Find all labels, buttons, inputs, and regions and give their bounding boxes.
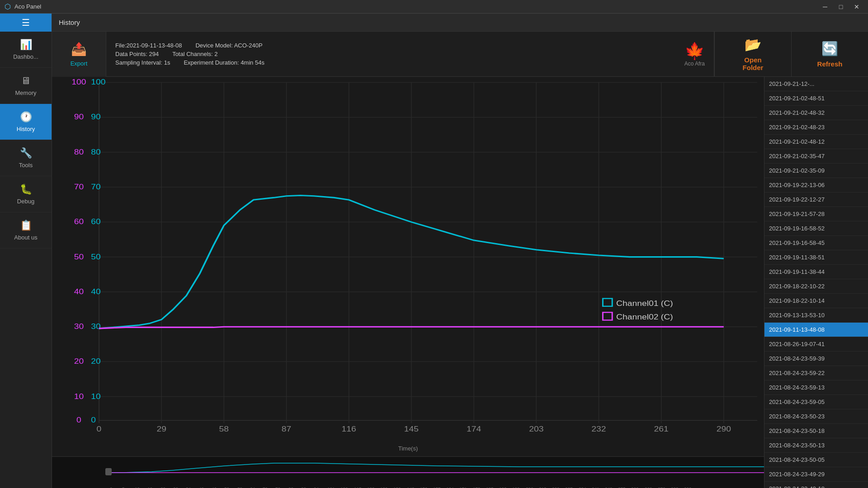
- svg-text:290: 290: [717, 425, 731, 432]
- debug-label: Debug: [17, 198, 34, 205]
- svg-text:30: 30: [74, 323, 84, 331]
- svg-text:60: 60: [74, 218, 84, 226]
- file-info-bar: 📤 Export File:2021-09-11-13-48-08 Device…: [52, 32, 868, 77]
- app-icon: ⬡: [5, 2, 11, 11]
- scroll-thumb[interactable]: [105, 468, 112, 475]
- svg-text:90: 90: [91, 113, 101, 121]
- export-button[interactable]: 📤 Export: [52, 32, 106, 77]
- history-list-item[interactable]: 2021-09-21-02-35-47: [764, 149, 868, 164]
- history-list-item[interactable]: 2021-08-24-23-59-22: [764, 366, 868, 380]
- svg-text:0: 0: [97, 425, 102, 432]
- history-list-item[interactable]: 2021-08-24-23-50-13: [764, 438, 868, 453]
- history-list-item[interactable]: 2021-08-26-19-07-41: [764, 337, 868, 352]
- history-list-item[interactable]: 2021-08-24-23-50-05: [764, 453, 868, 467]
- device-model: Device Model: ACO-240P: [195, 42, 262, 49]
- open-folder-button[interactable]: 📂 OpenFolder: [714, 32, 791, 76]
- history-list-item[interactable]: 2021-09-19-11-38-51: [764, 250, 868, 265]
- history-list-item[interactable]: 2021-08-24-23-50-23: [764, 409, 868, 424]
- refresh-icon: 🔄: [821, 41, 838, 56]
- refresh-label: Refresh: [817, 60, 843, 68]
- history-list-item[interactable]: 2021-09-19-16-58-52: [764, 221, 868, 236]
- history-list-item[interactable]: 2021-09-19-22-13-06: [764, 178, 868, 192]
- export-icon: 📤: [71, 42, 87, 56]
- memory-label: Memory: [15, 89, 37, 96]
- history-list-item[interactable]: 2021-09-13-13-53-10: [764, 308, 868, 323]
- sidebar-item-debug[interactable]: 🐛 Debug: [0, 176, 52, 212]
- history-list-item[interactable]: 2021-09-19-16-58-45: [764, 236, 868, 250]
- open-folder-label: OpenFolder: [743, 56, 764, 71]
- chart-area: 100 90 80 70 60 50 40 30 20 10 0 100 90: [52, 77, 764, 488]
- sidebar-item-memory[interactable]: 🖥 Memory: [0, 68, 52, 104]
- x-axis-label: Time(s): [52, 445, 764, 454]
- memory-icon: 🖥: [21, 75, 31, 87]
- history-list-item[interactable]: 2021-08-24-23-50-18: [764, 424, 868, 438]
- svg-text:Channel01 (C): Channel01 (C): [616, 299, 673, 307]
- tools-label: Tools: [19, 162, 33, 169]
- sidebar-item-aboutus[interactable]: 📋 About us: [0, 212, 52, 249]
- history-list-item[interactable]: 2021-08-24-23-59-05: [764, 395, 868, 409]
- app-layout: ☰ 📊 Dashbo...🖥 Memory🕐 History🔧 Tools🐛 D…: [0, 14, 868, 488]
- history-list-item[interactable]: 2021-09-21-02-48-12: [764, 135, 868, 149]
- history-list-item[interactable]: 2021-09-18-22-10-22: [764, 279, 868, 294]
- svg-text:90: 90: [74, 113, 84, 121]
- history-list-item[interactable]: 2021-09-21-12-...: [764, 77, 868, 91]
- history-list-item[interactable]: 2021-09-21-02-48-32: [764, 106, 868, 120]
- history-list-item[interactable]: 2021-08-24-23-49-29: [764, 467, 868, 482]
- timeline-svg: [111, 457, 764, 475]
- svg-text:40: 40: [74, 287, 84, 296]
- refresh-button[interactable]: 🔄 Refresh: [791, 32, 868, 76]
- main-content: 100 90 80 70 60 50 40 30 20 10 0 100 90: [52, 77, 868, 488]
- history-list-item[interactable]: 2021-09-18-22-10-14: [764, 294, 868, 308]
- svg-text:Channel02 (C): Channel02 (C): [616, 313, 673, 321]
- page-title: History: [59, 19, 80, 26]
- history-list-item[interactable]: 2021-09-19-22-12-27: [764, 192, 868, 207]
- svg-text:80: 80: [74, 148, 84, 156]
- svg-text:203: 203: [529, 425, 543, 432]
- history-list[interactable]: 2021-09-21-12-...2021-09-21-02-48-512021…: [764, 77, 868, 488]
- history-list-item[interactable]: 2021-08-24-23-49-18: [764, 482, 868, 488]
- tools-icon: 🔧: [20, 147, 32, 159]
- svg-text:58: 58: [219, 425, 229, 432]
- svg-text:0: 0: [91, 416, 96, 424]
- sidebar-item-dashboard[interactable]: 📊 Dashbo...: [0, 32, 52, 68]
- minimize-button[interactable]: ─: [818, 2, 832, 11]
- sidebar-item-history[interactable]: 🕐 History: [0, 104, 52, 140]
- svg-text:0: 0: [76, 416, 81, 424]
- sidebar-toggle[interactable]: ☰: [0, 14, 52, 32]
- folder-icon: 📂: [745, 37, 761, 52]
- svg-text:40: 40: [91, 287, 101, 296]
- svg-text:10: 10: [74, 392, 84, 400]
- svg-text:70: 70: [74, 183, 84, 191]
- dashboard-icon: 📊: [20, 39, 32, 51]
- top-bar: History: [52, 14, 868, 32]
- history-list-item[interactable]: 2021-09-21-02-35-09: [764, 164, 868, 178]
- action-buttons: 📂 OpenFolder 🔄 Refresh: [714, 32, 868, 76]
- history-list-item[interactable]: 2021-09-11-13-48-08: [764, 323, 868, 337]
- sampling-interval: Sampling Interval: 1s: [115, 59, 170, 66]
- filename: File:2021-09-11-13-48-08: [115, 42, 182, 49]
- file-metadata: File:2021-09-11-13-48-08 Device Model: A…: [106, 42, 274, 66]
- svg-text:50: 50: [74, 253, 84, 261]
- history-icon: 🕐: [20, 111, 32, 123]
- aboutus-label: About us: [14, 234, 37, 241]
- svg-text:20: 20: [74, 357, 84, 366]
- maximize-button[interactable]: □: [834, 2, 848, 11]
- close-button[interactable]: ✕: [850, 2, 863, 11]
- content-area: History 📤 Export File:2021-09-11-13-48-0…: [52, 14, 868, 488]
- history-list-item[interactable]: 2021-09-21-02-48-23: [764, 120, 868, 135]
- svg-text:20: 20: [91, 357, 101, 366]
- timeline-area[interactable]: 0 5 10 16 22 28 34 40 46 52 58 64 70 76: [52, 456, 764, 488]
- history-list-item[interactable]: 2021-09-19-21-57-28: [764, 207, 868, 221]
- app-title: Aco Panel: [14, 3, 41, 10]
- svg-text:116: 116: [342, 425, 356, 432]
- svg-text:87: 87: [282, 425, 291, 432]
- svg-text:100: 100: [71, 78, 86, 86]
- history-list-item[interactable]: 2021-08-24-23-59-39: [764, 352, 868, 366]
- history-list-item[interactable]: 2021-09-19-11-38-44: [764, 265, 868, 279]
- history-list-item[interactable]: 2021-09-21-02-48-51: [764, 91, 868, 106]
- sidebar-item-tools[interactable]: 🔧 Tools: [0, 140, 52, 176]
- history-list-item[interactable]: 2021-08-24-23-59-13: [764, 380, 868, 395]
- svg-text:60: 60: [91, 218, 101, 226]
- svg-text:10: 10: [91, 392, 101, 400]
- experiment-duration: Experiment Duration: 4min 54s: [184, 59, 264, 66]
